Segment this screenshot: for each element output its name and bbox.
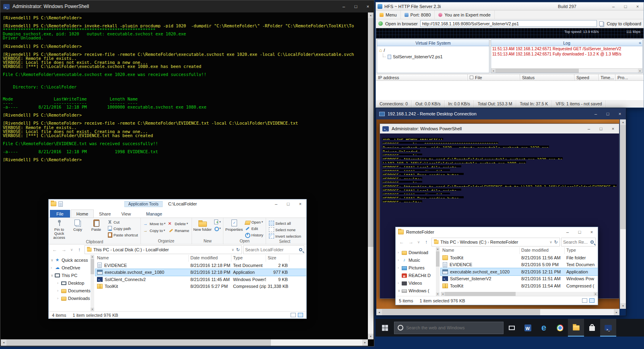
nav-item[interactable]: Download <box>396 248 436 256</box>
rdp-vertical-scrollbar[interactable]: ▲ ▼ <box>620 119 626 309</box>
expander-icon[interactable] <box>398 250 402 255</box>
transfer-list[interactable] <box>376 81 644 100</box>
scroll-up-icon[interactable]: ▲ <box>436 247 440 251</box>
file-row[interactable]: ToolKit 8/21/2016 11:56 AM File folder <box>441 254 598 261</box>
column-name[interactable]: Name <box>441 247 520 254</box>
open-in-browser-button[interactable]: Open in browser <box>385 21 418 26</box>
column-file[interactable]: File <box>468 74 520 80</box>
file-row[interactable]: EVIDENCE 8/21/2016 5:09 PM Text Documen <box>441 261 598 269</box>
rename-button[interactable]: Rename <box>167 227 190 234</box>
nav-item[interactable]: Quick access <box>49 256 91 264</box>
copy-path-button[interactable]: Copy path <box>106 225 139 232</box>
horizontal-scrollbar[interactable]: ◄ ► <box>1 339 368 346</box>
maximize-button[interactable]: □ <box>595 124 607 133</box>
taskbar-word-button[interactable] <box>520 319 536 337</box>
nav-item[interactable]: Pictures <box>396 264 436 271</box>
expander-icon[interactable] <box>57 296 61 300</box>
scroll-up-icon[interactable]: ▲ <box>91 255 94 259</box>
address-dropdown-icon[interactable]: ∨ <box>231 248 234 252</box>
taskbar-powershell-button[interactable] <box>600 319 616 337</box>
details-view-icon[interactable] <box>582 298 587 303</box>
breadcrumb-windows-c[interactable]: Windows (C:) <box>458 240 487 244</box>
scroll-right-icon[interactable]: ► <box>362 339 368 346</box>
invert-selection-button[interactable]: Invert selection <box>268 233 302 239</box>
forward-button[interactable]: → <box>407 238 415 246</box>
new-folder-button[interactable]: New folder <box>193 219 212 232</box>
minimize-button[interactable]: – <box>338 0 350 12</box>
taskbar-edge-button[interactable] <box>536 319 552 337</box>
column-ip-address[interactable]: IP address <box>376 74 468 80</box>
tab-share[interactable]: Share <box>94 210 116 218</box>
select-none-button[interactable]: Select none <box>268 226 302 233</box>
url-input[interactable] <box>421 21 597 27</box>
scroll-right-icon[interactable]: ► <box>614 309 619 315</box>
contextual-tab-application-tools[interactable]: Application Tools <box>124 201 163 207</box>
minimize-button[interactable]: – <box>270 199 282 208</box>
tab-file[interactable]: File <box>50 210 70 218</box>
recent-locations-dropdown[interactable]: ∨ <box>416 238 421 246</box>
expander-icon[interactable] <box>57 281 61 285</box>
quick-access-toolbar-icon[interactable] <box>58 201 63 207</box>
nav-scrollbar[interactable]: ▲ ▼ <box>436 247 440 296</box>
file-row[interactable]: ToolKit 8/21/2016 11:54 AM Compressed ( <box>441 282 598 289</box>
rdp-horizontal-scrollbar[interactable]: ◄ ► <box>376 309 619 315</box>
maximize-button[interactable]: □ <box>602 108 614 119</box>
files-horizontal-scrollbar[interactable]: ◄ ► <box>441 292 598 296</box>
nav-item[interactable]: Music <box>396 256 436 264</box>
select-all-button[interactable]: Select all <box>268 220 302 226</box>
taskbar-search[interactable] <box>394 322 504 334</box>
properties-button[interactable]: Properties <box>225 219 243 232</box>
minimize-button[interactable]: – <box>583 124 595 133</box>
start-button[interactable] <box>376 319 394 337</box>
search-box[interactable] <box>243 245 304 254</box>
expander-icon[interactable] <box>57 289 61 293</box>
column-type[interactable]: Type <box>231 255 266 262</box>
scroll-up-icon[interactable]: ▲ <box>620 119 626 125</box>
search-box[interactable] <box>561 238 596 246</box>
nav-item[interactable]: Desktop <box>49 279 91 287</box>
close-button[interactable]: × <box>614 108 626 119</box>
nav-item[interactable]: Windows ( <box>396 287 436 294</box>
scroll-down-icon[interactable]: ▼ <box>620 303 626 309</box>
delete-button[interactable]: Delete <box>167 220 190 227</box>
maximize-button[interactable]: □ <box>282 199 294 208</box>
paste-shortcut-button[interactable]: Paste shortcut <box>106 232 139 238</box>
expander-icon[interactable] <box>398 281 402 285</box>
minimize-button[interactable]: – <box>590 108 602 119</box>
scrollbar-thumb[interactable] <box>91 259 94 274</box>
port-button[interactable]: Port: 8080 <box>401 10 435 19</box>
recent-locations-dropdown[interactable]: ∨ <box>69 246 74 254</box>
expander-icon[interactable] <box>398 266 402 270</box>
open-button[interactable]: Open <box>244 219 264 225</box>
easy-access-button[interactable] <box>212 225 222 232</box>
log-output[interactable]: 11:51:13 AM 192.168.1.242:6571 Requested… <box>491 46 642 68</box>
refresh-icon[interactable]: ↻ <box>554 240 558 245</box>
back-button[interactable]: ← <box>398 238 406 246</box>
close-button[interactable]: × <box>632 2 644 10</box>
taskbar-chrome-button[interactable] <box>552 319 568 337</box>
close-button[interactable]: × <box>607 124 619 133</box>
collapse-icon[interactable]: « <box>639 40 641 45</box>
refresh-icon[interactable]: ↻ <box>236 247 240 253</box>
taskbar-store-button[interactable] <box>584 319 600 337</box>
expander-icon[interactable] <box>51 266 55 270</box>
file-row[interactable]: executable.svchost_exe_1020 8/21/2016 12… <box>441 268 598 275</box>
file-row[interactable]: executable.svchost_exe_1080 8/21/2016 12… <box>95 269 306 276</box>
tab-manage[interactable]: Manage <box>141 210 167 218</box>
tab-view[interactable]: View <box>116 210 136 218</box>
expander-icon[interactable] <box>51 258 55 262</box>
url-box[interactable] <box>420 20 597 27</box>
scroll-up-icon[interactable]: ▲ <box>368 12 374 18</box>
copy-to-button[interactable]: Copy to <box>142 227 167 234</box>
nav-item[interactable]: Documents <box>49 287 91 294</box>
taskbar-search-input[interactable] <box>406 325 500 330</box>
history-button[interactable]: History <box>244 232 264 238</box>
nav-item[interactable]: This PC <box>49 271 91 279</box>
vertical-scrollbar[interactable]: ▲ ▼ <box>368 12 374 339</box>
search-input[interactable] <box>245 247 298 252</box>
address-box[interactable]: This PC › Windows (C:) › RemoteFolder ∨ … <box>431 238 560 246</box>
thumbnails-view-icon[interactable] <box>589 298 594 303</box>
column-size[interactable]: Size <box>266 255 289 262</box>
breadcrumb-this-pc[interactable]: This PC <box>92 247 110 252</box>
breadcrumb-remotefolder[interactable]: RemoteFolder <box>489 240 520 244</box>
